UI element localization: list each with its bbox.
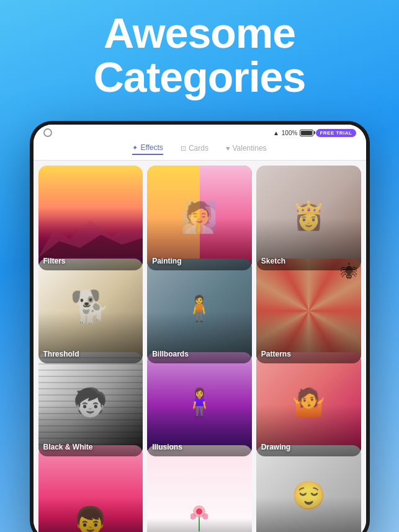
threshold-label: Threshold [43,350,79,358]
category-bw[interactable]: 🧒 Black & White [38,352,143,457]
sketch-label: Sketch [261,257,285,265]
category-painting[interactable]: 🧖 Painting [147,166,252,270]
tab-bar: ✦ Effects ⊡ Cards ♥ Valentines [34,140,366,161]
drawing-label: Drawing [261,443,290,451]
battery-percent: 100% [282,130,298,136]
tab-cards-label: Cards [189,144,208,153]
status-bar: ▲ 100% FREE TRIAL [34,125,366,140]
category-illusions[interactable]: 🧍‍♀️ Illusions [147,352,252,457]
painting-label: Painting [152,257,181,265]
wifi-icon: ▲ [273,130,279,136]
category-nature[interactable]: 😌 Nature [256,445,361,532]
valentines-icon: ♥ [226,144,230,152]
category-billboards[interactable]: 🧍 Billboards [147,259,252,363]
bw-label: Black & White [43,443,93,451]
categories-grid: Filters 🧖 Painting 👸 [34,161,366,532]
category-kids[interactable]: 👦 Kids [38,445,143,532]
tab-valentines-label: Valentines [232,144,266,153]
tab-valentines[interactable]: ♥ Valentines [226,143,267,155]
tab-effects-label: Effects [140,143,163,152]
category-filters[interactable]: Filters [38,166,143,270]
illusions-label: Illusions [152,443,182,451]
cards-icon: ⊡ [181,144,186,153]
category-sketch[interactable]: 👸 Sketch [256,166,361,270]
svg-point-2 [196,508,202,515]
tab-effects[interactable]: ✦ Effects [132,143,163,155]
category-threshold[interactable]: 🐕 Threshold [38,259,143,363]
effects-icon: ✦ [132,144,138,152]
tab-cards[interactable]: ⊡ Cards [181,143,208,155]
battery-icon [300,130,313,136]
filters-label: Filters [43,257,66,265]
status-left [43,128,52,137]
patterns-label: Patterns [261,350,291,358]
tablet-device: ▲ 100% FREE TRIAL ✦ Effects ⊡ Cards ♥ Va… [30,121,370,532]
free-trial-badge[interactable]: FREE TRIAL [316,129,356,137]
category-patterns[interactable]: 🕷 Patterns [256,259,361,363]
status-right: ▲ 100% FREE TRIAL [273,129,356,137]
category-flower[interactable]: Flower [147,445,252,532]
billboards-label: Billboards [152,350,189,358]
hero-title: AwesomeCategories [19,11,380,100]
category-drawing[interactable]: 🤷 Drawing [256,352,361,457]
settings-icon[interactable] [43,128,52,137]
